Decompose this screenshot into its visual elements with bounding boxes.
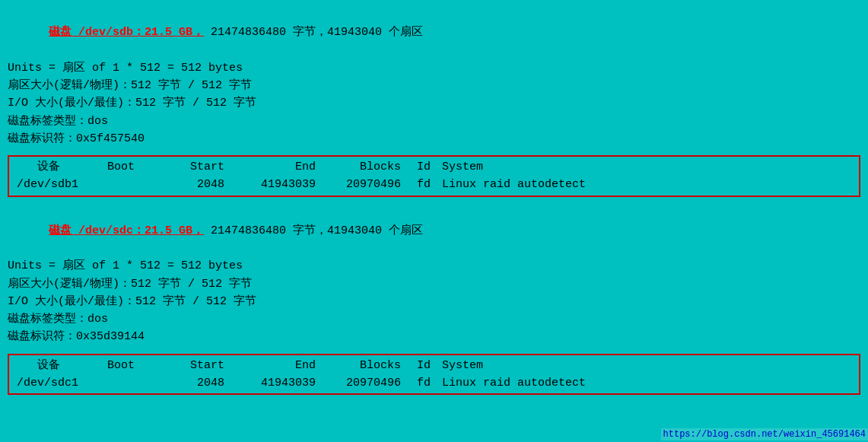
label-type-sdb: 磁盘标签类型：dos	[8, 113, 860, 130]
disk-sdb-rest: 21474836480 字节，41943040 个扇区	[204, 26, 423, 39]
sdb1-blocks: 20970496	[325, 176, 409, 193]
label-type-sdc: 磁盘标签类型：dos	[8, 310, 860, 328]
header-blocks-sdc: Blocks	[325, 357, 409, 374]
disk-sdb-highlight: 磁盘 /dev/sdb：21.5 GB，	[49, 26, 204, 39]
disk-sdc-highlight: 磁盘 /dev/sdc：21.5 GB，	[49, 224, 204, 237]
header-boot-sdc: Boot	[100, 357, 142, 374]
header-id-sdc: Id	[409, 357, 435, 374]
sdb-row-1: /dev/sdb1 2048 41943039 20970496 fd Linu…	[17, 176, 851, 193]
sdb1-start: 2048	[142, 176, 234, 193]
sdc-row-1: /dev/sdc1 2048 41943039 20970496 fd Linu…	[17, 374, 851, 392]
header-start-sdb: Start	[142, 158, 234, 176]
sdc1-id: fd	[409, 374, 435, 392]
header-start-sdc: Start	[142, 357, 234, 374]
units-sdb: Units = 扇区 of 1 * 512 = 512 bytes	[8, 59, 860, 77]
disk-sdb-line: 磁盘 /dev/sdb：21.5 GB， 21474836480 字节，4194…	[8, 6, 860, 59]
sdb-partition-table: 设备 Boot Start End Blocks Id System /dev/…	[8, 155, 860, 197]
io-size-sdb: I/O 大小(最小/最佳)：512 字节 / 512 字节	[8, 94, 860, 112]
section-sdc: 磁盘 /dev/sdc：21.5 GB， 21474836480 字节，4194…	[8, 205, 860, 346]
sdc1-boot	[100, 374, 142, 392]
sdc1-start: 2048	[142, 374, 234, 392]
identifier-sdc: 磁盘标识符：0x35d39144	[8, 328, 860, 345]
header-device-sdc: 设备	[17, 357, 100, 374]
sdc1-device: /dev/sdc1	[17, 374, 100, 392]
header-end-sdb: End	[234, 158, 325, 176]
header-device-sdb: 设备	[17, 158, 100, 176]
section-sdb: 磁盘 /dev/sdb：21.5 GB， 21474836480 字节，4194…	[8, 6, 860, 148]
sdb1-id: fd	[409, 176, 435, 193]
sector-size-sdc: 扇区大小(逻辑/物理)：512 字节 / 512 字节	[8, 275, 860, 293]
sdc1-blocks: 20970496	[325, 374, 409, 392]
header-system-sdc: System	[435, 357, 851, 374]
header-id-sdb: Id	[409, 158, 435, 176]
sdb1-boot	[100, 176, 142, 193]
watermark: https://blog.csdn.net/weixin_45691464	[661, 428, 868, 440]
io-size-sdc: I/O 大小(最小/最佳)：512 字节 / 512 字节	[8, 293, 860, 310]
header-blocks-sdb: Blocks	[325, 158, 409, 176]
sdc-table-header: 设备 Boot Start End Blocks Id System	[17, 357, 851, 374]
disk-sdc-rest: 21474836480 字节，41943040 个扇区	[204, 224, 423, 237]
terminal: 磁盘 /dev/sdb：21.5 GB， 21474836480 字节，4194…	[0, 0, 868, 404]
sdc-partition-table: 设备 Boot Start End Blocks Id System /dev/…	[8, 354, 860, 396]
sdb1-system: Linux raid autodetect	[435, 176, 851, 193]
sdb1-end: 41943039	[234, 176, 325, 193]
header-system-sdb: System	[435, 158, 851, 176]
sdc1-end: 41943039	[234, 374, 325, 392]
sdc1-system: Linux raid autodetect	[435, 374, 851, 392]
disk-sdc-line: 磁盘 /dev/sdc：21.5 GB， 21474836480 字节，4194…	[8, 205, 860, 258]
sdb1-device: /dev/sdb1	[17, 176, 100, 193]
units-sdc: Units = 扇区 of 1 * 512 = 512 bytes	[8, 257, 860, 275]
sdb-table-header: 设备 Boot Start End Blocks Id System	[17, 158, 851, 176]
header-boot-sdb: Boot	[100, 158, 142, 176]
sector-size-sdb: 扇区大小(逻辑/物理)：512 字节 / 512 字节	[8, 77, 860, 94]
identifier-sdb: 磁盘标识符：0x5f457540	[8, 130, 860, 148]
header-end-sdc: End	[234, 357, 325, 374]
